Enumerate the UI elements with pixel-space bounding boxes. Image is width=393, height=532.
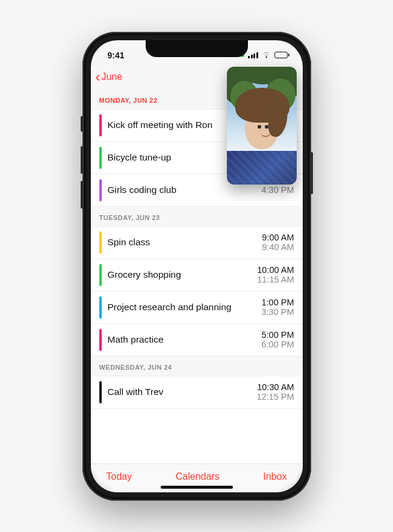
event-body: Call with Trev [108, 381, 257, 403]
event-end-time: 3:30 PM [262, 307, 294, 317]
event-row[interactable]: Spin class9:00 AM9:40 AM [91, 227, 303, 259]
event-title: Kick off meeting with Ron [108, 120, 213, 130]
event-start-time: 9:00 AM [262, 233, 294, 242]
event-color-bar [99, 296, 102, 319]
event-color-bar [99, 329, 102, 351]
today-button[interactable]: Today [107, 471, 132, 482]
event-start-time: 10:00 AM [257, 265, 294, 275]
event-times: 10:00 AM11:15 AM [257, 264, 294, 286]
event-end-time: 6:00 PM [262, 340, 294, 349]
event-row[interactable]: Call with Trev10:30 AM12:15 PM [91, 376, 303, 409]
event-end-time: 11:15 AM [257, 275, 294, 284]
event-color-bar [99, 114, 102, 136]
side-button[interactable] [311, 152, 313, 194]
phone-frame: 9:41 ‹ June MONDAY, JUN 22Ki [82, 32, 311, 501]
day-header: WEDNESDAY, JUN 24 [91, 356, 303, 376]
event-body: Project research and planning [108, 296, 262, 319]
mute-switch[interactable] [81, 116, 83, 132]
event-title: Call with Trev [108, 387, 164, 397]
event-title: Grocery shopping [108, 269, 181, 280]
event-end-time: 9:40 AM [262, 242, 294, 252]
chevron-left-icon: ‹ [96, 70, 101, 84]
event-start-time: 1:00 PM [262, 298, 294, 307]
screen: 9:41 ‹ June MONDAY, JUN 22Ki [91, 40, 303, 492]
battery-icon [274, 52, 289, 58]
day-header: TUESDAY, JUN 23 [91, 207, 303, 227]
back-button[interactable]: ‹ June [96, 70, 123, 84]
event-color-bar [99, 264, 102, 286]
event-row[interactable]: Project research and planning1:00 PM3:30… [91, 292, 303, 324]
event-title: Bicycle tune-up [108, 152, 172, 163]
event-title: Girls coding club [108, 185, 177, 195]
event-row[interactable]: Math practice5:00 PM6:00 PM [91, 324, 303, 356]
event-body: Spin class [108, 231, 262, 254]
status-time: 9:41 [108, 50, 125, 60]
event-title: Project research and planning [108, 302, 232, 313]
event-start-time: 5:00 PM [262, 330, 294, 340]
event-color-bar [99, 231, 102, 254]
event-times: 10:30 AM12:15 PM [256, 381, 294, 403]
event-body: Grocery shopping [108, 264, 258, 286]
calendars-button[interactable]: Calendars [176, 471, 220, 482]
event-times: 9:00 AM9:40 AM [262, 231, 294, 254]
cell-signal-icon [248, 52, 258, 58]
volume-down-button[interactable] [81, 181, 83, 209]
event-color-bar [99, 381, 102, 403]
wifi-icon [262, 52, 271, 58]
inbox-button[interactable]: Inbox [263, 471, 286, 482]
volume-up-button[interactable] [81, 146, 83, 174]
home-indicator[interactable] [161, 486, 233, 489]
stage: 9:41 ‹ June MONDAY, JUN 22Ki [0, 0, 393, 532]
pip-person [245, 106, 279, 149]
status-right [241, 52, 289, 58]
event-start-time: 10:30 AM [257, 382, 294, 392]
event-times: 5:00 PM6:00 PM [262, 329, 294, 351]
event-title: Math practice [108, 334, 164, 345]
event-end-time: 4:30 PM [262, 185, 294, 195]
event-times: 1:00 PM3:30 PM [262, 296, 294, 319]
back-label: June [102, 72, 123, 82]
event-color-bar [99, 147, 102, 169]
facetime-pip[interactable] [227, 67, 297, 185]
notch [146, 40, 248, 57]
event-title: Spin class [108, 237, 150, 248]
pip-clothing [227, 151, 297, 185]
event-body: Math practice [108, 329, 262, 351]
event-color-bar [99, 179, 102, 201]
event-row[interactable]: Grocery shopping10:00 AM11:15 AM [91, 259, 303, 292]
event-end-time: 12:15 PM [256, 392, 294, 402]
